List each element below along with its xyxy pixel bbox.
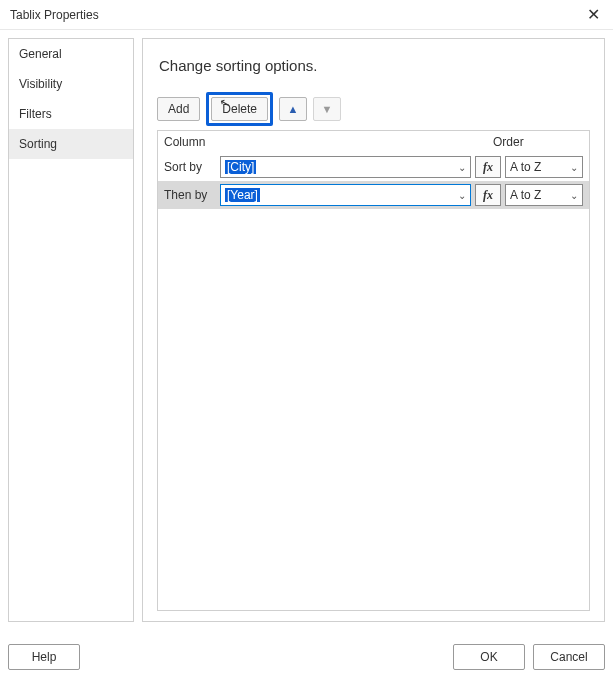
- sort-column-combo[interactable]: [Year] ⌄: [220, 184, 471, 206]
- combo-value: [Year]: [225, 188, 454, 202]
- toolbar: Add Delete ↖ ▲ ▼: [157, 92, 590, 126]
- arrow-down-icon: ▼: [322, 104, 333, 115]
- row-label: Sort by: [164, 160, 216, 174]
- close-icon[interactable]: ✕: [581, 5, 605, 24]
- sidebar-item-label: General: [19, 47, 62, 61]
- delete-button[interactable]: Delete ↖: [211, 97, 268, 121]
- sidebar-item-label: Sorting: [19, 137, 57, 151]
- sort-row[interactable]: Then by [Year] ⌄ fx A to Z ⌄: [158, 181, 589, 209]
- titlebar: Tablix Properties ✕: [0, 0, 613, 30]
- combo-value: [City]: [225, 160, 454, 174]
- combo-value: A to Z: [510, 188, 570, 202]
- dialog-footer: Help OK Cancel: [8, 644, 605, 670]
- window-title: Tablix Properties: [8, 8, 99, 22]
- sidebar-item-label: Filters: [19, 107, 52, 121]
- order-header: Order: [493, 135, 583, 149]
- sort-row[interactable]: Sort by [City] ⌄ fx A to Z ⌄: [158, 153, 589, 181]
- expression-button[interactable]: fx: [475, 184, 501, 206]
- move-up-button[interactable]: ▲: [279, 97, 307, 121]
- sidebar-item-general[interactable]: General: [9, 39, 133, 69]
- chevron-down-icon: ⌄: [458, 190, 466, 201]
- arrow-up-icon: ▲: [288, 104, 299, 115]
- ok-button[interactable]: OK: [453, 644, 525, 670]
- delete-highlight: Delete ↖: [206, 92, 273, 126]
- help-button[interactable]: Help: [8, 644, 80, 670]
- dialog-body: General Visibility Filters Sorting Chang…: [0, 30, 613, 630]
- row-label: Then by: [164, 188, 216, 202]
- chevron-down-icon: ⌄: [570, 190, 578, 201]
- sidebar-item-visibility[interactable]: Visibility: [9, 69, 133, 99]
- panel-heading: Change sorting options.: [159, 57, 590, 74]
- sidebar-item-label: Visibility: [19, 77, 62, 91]
- sidebar: General Visibility Filters Sorting: [8, 38, 134, 622]
- sort-grid: Column Order Sort by [City] ⌄ fx A to Z …: [157, 130, 590, 611]
- sort-order-combo[interactable]: A to Z ⌄: [505, 184, 583, 206]
- column-header: Column: [164, 135, 493, 149]
- sort-column-combo[interactable]: [City] ⌄: [220, 156, 471, 178]
- chevron-down-icon: ⌄: [458, 162, 466, 173]
- fx-icon: fx: [483, 188, 493, 203]
- move-down-button[interactable]: ▼: [313, 97, 341, 121]
- cancel-button[interactable]: Cancel: [533, 644, 605, 670]
- grid-header: Column Order: [158, 131, 589, 153]
- chevron-down-icon: ⌄: [570, 162, 578, 173]
- expression-button[interactable]: fx: [475, 156, 501, 178]
- add-button[interactable]: Add: [157, 97, 200, 121]
- delete-button-label: Delete: [222, 102, 257, 116]
- main-panel: Change sorting options. Add Delete ↖ ▲ ▼…: [142, 38, 605, 622]
- fx-icon: fx: [483, 160, 493, 175]
- sort-order-combo[interactable]: A to Z ⌄: [505, 156, 583, 178]
- combo-value: A to Z: [510, 160, 570, 174]
- sidebar-item-sorting[interactable]: Sorting: [9, 129, 133, 159]
- sidebar-item-filters[interactable]: Filters: [9, 99, 133, 129]
